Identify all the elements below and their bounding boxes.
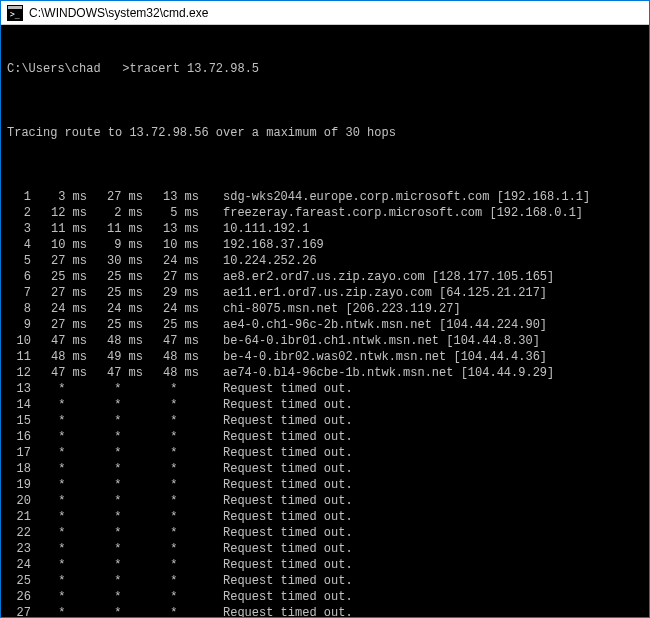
hop-host: ae74-0.bl4-96cbe-1b.ntwk.msn.net [104.44… (199, 365, 554, 381)
hop-time-2: * (87, 525, 143, 541)
svg-text:>_: >_ (10, 10, 20, 19)
hop-row: 527 ms30 ms24 ms10.224.252.26 (7, 253, 643, 269)
hop-time-1: * (31, 573, 87, 589)
hop-time-1: * (31, 397, 87, 413)
hop-time-3: 25 ms (143, 317, 199, 333)
hop-time-2: 30 ms (87, 253, 143, 269)
hop-time-1: 24 ms (31, 301, 87, 317)
hop-number: 2 (7, 205, 31, 221)
hop-row: 19* * * Request timed out. (7, 477, 643, 493)
titlebar[interactable]: >_ C:\WINDOWS\system32\cmd.exe (1, 1, 649, 25)
hop-host: Request timed out. (199, 509, 353, 525)
hop-time-2: 2 ms (87, 205, 143, 221)
hop-host: Request timed out. (199, 461, 353, 477)
hop-number: 22 (7, 525, 31, 541)
hop-time-3: * (143, 381, 199, 397)
hop-host: Request timed out. (199, 589, 353, 605)
hop-row: 212 ms2 ms5 msfreezeray.fareast.corp.mic… (7, 205, 643, 221)
hop-time-3: * (143, 477, 199, 493)
hop-number: 23 (7, 541, 31, 557)
hop-row: 727 ms25 ms29 msae11.er1.ord7.us.zip.zay… (7, 285, 643, 301)
hop-time-2: 47 ms (87, 365, 143, 381)
hop-time-3: * (143, 445, 199, 461)
hop-row: 25* * * Request timed out. (7, 573, 643, 589)
hop-host: Request timed out. (199, 477, 353, 493)
hop-time-3: * (143, 397, 199, 413)
hop-time-3: * (143, 557, 199, 573)
hop-host: Request timed out. (199, 413, 353, 429)
terminal-output[interactable]: C:\Users\chad >tracert 13.72.98.5 Tracin… (1, 25, 649, 617)
hop-row: 927 ms25 ms25 msae4-0.ch1-96c-2b.ntwk.ms… (7, 317, 643, 333)
hop-host: 10.224.252.26 (199, 253, 317, 269)
hop-time-3: 13 ms (143, 189, 199, 205)
hop-number: 15 (7, 413, 31, 429)
hop-row: 13 ms27 ms13 mssdg-wks2044.europe.corp.m… (7, 189, 643, 205)
window-title: C:\WINDOWS\system32\cmd.exe (29, 6, 208, 20)
hop-time-2: 27 ms (87, 189, 143, 205)
hop-time-3: * (143, 413, 199, 429)
hop-number: 12 (7, 365, 31, 381)
hop-time-3: * (143, 509, 199, 525)
hop-number: 7 (7, 285, 31, 301)
prompt-line: C:\Users\chad >tracert 13.72.98.5 (7, 61, 643, 77)
hop-time-2: * (87, 589, 143, 605)
hop-time-2: * (87, 509, 143, 525)
hop-row: 24* * * Request timed out. (7, 557, 643, 573)
hop-number: 20 (7, 493, 31, 509)
hop-number: 24 (7, 557, 31, 573)
hop-time-1: * (31, 589, 87, 605)
hop-row: 410 ms9 ms10 ms192.168.37.169 (7, 237, 643, 253)
hop-host: be-64-0.ibr01.ch1.ntwk.msn.net [104.44.8… (199, 333, 540, 349)
hop-number: 9 (7, 317, 31, 333)
hop-time-3: 48 ms (143, 365, 199, 381)
hop-time-2: * (87, 397, 143, 413)
hop-number: 14 (7, 397, 31, 413)
hop-number: 10 (7, 333, 31, 349)
hop-time-3: 13 ms (143, 221, 199, 237)
hop-time-2: * (87, 477, 143, 493)
hop-time-3: 27 ms (143, 269, 199, 285)
hop-time-1: * (31, 413, 87, 429)
hop-host: Request timed out. (199, 445, 353, 461)
hop-time-1: * (31, 445, 87, 461)
hop-time-1: * (31, 509, 87, 525)
hop-time-1: 47 ms (31, 333, 87, 349)
hop-time-2: 24 ms (87, 301, 143, 317)
hop-time-2: 48 ms (87, 333, 143, 349)
hop-time-3: * (143, 541, 199, 557)
hop-time-1: 12 ms (31, 205, 87, 221)
hop-host: ae4-0.ch1-96c-2b.ntwk.msn.net [104.44.22… (199, 317, 547, 333)
hop-time-3: 48 ms (143, 349, 199, 365)
hop-number: 19 (7, 477, 31, 493)
hop-number: 25 (7, 573, 31, 589)
hop-time-1: 11 ms (31, 221, 87, 237)
hop-row: 14* * * Request timed out. (7, 397, 643, 413)
hop-time-2: * (87, 461, 143, 477)
hop-time-3: * (143, 493, 199, 509)
hop-time-3: * (143, 605, 199, 617)
hop-time-2: 25 ms (87, 269, 143, 285)
hop-time-1: * (31, 605, 87, 617)
hop-time-1: 25 ms (31, 269, 87, 285)
hop-number: 11 (7, 349, 31, 365)
hop-row: 625 ms25 ms27 msae8.er2.ord7.us.zip.zayo… (7, 269, 643, 285)
prompt-command: >tracert 13.72.98.5 (122, 62, 259, 76)
hop-time-3: 47 ms (143, 333, 199, 349)
hop-row: 17* * * Request timed out. (7, 445, 643, 461)
hop-host: ae8.er2.ord7.us.zip.zayo.com [128.177.10… (199, 269, 554, 285)
hop-row: 15* * * Request timed out. (7, 413, 643, 429)
hop-time-1: 48 ms (31, 349, 87, 365)
trace-header: Tracing route to 13.72.98.56 over a maxi… (7, 125, 643, 141)
hop-row: 27* * * Request timed out. (7, 605, 643, 617)
hop-row: 1148 ms49 ms48 msbe-4-0.ibr02.was02.ntwk… (7, 349, 643, 365)
hop-time-1: * (31, 541, 87, 557)
hop-time-2: * (87, 557, 143, 573)
hop-time-3: * (143, 589, 199, 605)
hop-host: Request timed out. (199, 557, 353, 573)
hop-row: 22* * * Request timed out. (7, 525, 643, 541)
hop-time-1: 3 ms (31, 189, 87, 205)
hop-time-2: * (87, 413, 143, 429)
hop-host: Request timed out. (199, 525, 353, 541)
hop-time-3: * (143, 429, 199, 445)
hop-number: 6 (7, 269, 31, 285)
